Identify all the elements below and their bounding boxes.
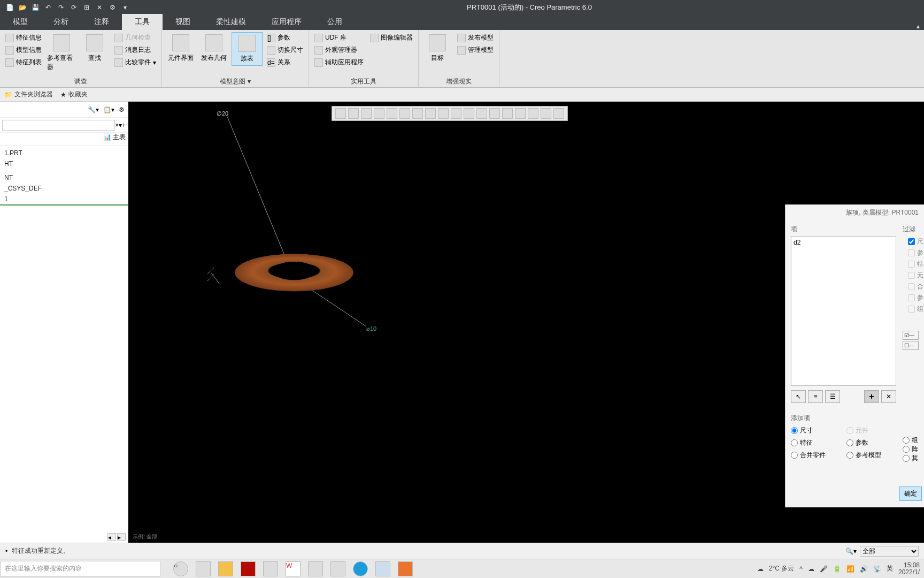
annotations-icon[interactable] — [541, 108, 551, 119]
filter-check[interactable]: 元 — [903, 270, 919, 281]
model-tree[interactable]: 1.PRT HT NT _CSYS_DEF 1 — [0, 146, 128, 533]
clock[interactable]: 15:08 2022/1/ — [898, 562, 920, 576]
find-button[interactable]: 查找 — [79, 32, 110, 65]
view-manager-icon[interactable] — [412, 108, 423, 119]
radio-merge[interactable]: 合并零件 — [791, 451, 841, 460]
select-all-icon[interactable]: ☑— — [903, 331, 919, 340]
scroll-left-icon[interactable]: ◂ — [107, 533, 116, 541]
zoom-in-icon[interactable] — [348, 108, 359, 119]
add-icon[interactable]: + — [122, 121, 126, 129]
publish-geom-button[interactable]: 发布几何 — [198, 32, 229, 65]
switch-dims-button[interactable]: 切换尺寸 — [265, 44, 305, 56]
filter-check[interactable]: 合 — [903, 281, 919, 292]
dimension-label[interactable]: ∅20 — [217, 110, 228, 117]
tree-search-input[interactable] — [2, 120, 115, 131]
tab-annotate[interactable]: 注释 — [81, 14, 122, 30]
display-style-icon[interactable] — [387, 108, 397, 119]
datum-csys-icon[interactable] — [515, 108, 526, 119]
edge-icon[interactable] — [353, 561, 368, 576]
tree-filter-icon[interactable]: ⚙ — [119, 106, 125, 113]
radio-param[interactable]: 参数 — [846, 438, 897, 447]
app-icon[interactable] — [263, 561, 278, 576]
creo-icon[interactable] — [330, 561, 345, 576]
radio-array[interactable]: 阵 — [903, 445, 919, 454]
geom-check-button[interactable]: 几何检查 — [112, 32, 158, 43]
zoom-fit-icon[interactable] — [335, 108, 346, 119]
selection-filter-dropdown[interactable]: 全部 — [860, 546, 919, 557]
wps-icon[interactable]: W — [286, 561, 301, 576]
app3-icon[interactable] — [375, 561, 390, 576]
tab-apps[interactable]: 应用程序 — [259, 14, 314, 30]
datum-axis-icon[interactable] — [489, 108, 500, 119]
ime-indicator[interactable]: 英 — [887, 564, 893, 573]
favorites-tab[interactable]: ★收藏夹 — [60, 90, 88, 99]
feature-info-button[interactable]: 特征信息 — [3, 32, 44, 43]
viewport-3d[interactable]: ∅20 ⌀10 示例: 全部 族项, 类属模型: PRT0001 项 d2 — [128, 102, 924, 543]
filter-check[interactable]: 组 — [903, 303, 919, 315]
taskbar-search-input[interactable]: 在这里输入你要搜索的内容 — [0, 561, 160, 577]
tree-item[interactable]: HT — [0, 158, 128, 169]
tree-item[interactable]: 1.PRT — [0, 148, 128, 158]
screenrec-icon[interactable] — [398, 561, 413, 576]
tab-tools[interactable]: 工具 — [122, 14, 163, 30]
publish-model-button[interactable]: 发布模型 — [455, 32, 496, 43]
main-table-tab[interactable]: 📊 主表 — [103, 133, 126, 145]
close-icon[interactable]: ✕ — [95, 3, 104, 12]
radio-refmodel[interactable]: 参考模型 — [846, 451, 897, 460]
undo-icon[interactable]: ↶ — [44, 3, 52, 12]
taskview-icon[interactable] — [196, 561, 211, 576]
tree-item[interactable]: NT — [0, 172, 128, 183]
feature-list-button[interactable]: 特征列表 — [3, 57, 44, 68]
onedrive-icon[interactable]: ☁ — [808, 565, 814, 573]
folder-browser-tab[interactable]: 📁文件夹浏览器 — [4, 90, 53, 99]
qat-dropdown-icon[interactable]: ▾ — [121, 3, 129, 12]
tree-item[interactable]: 1 — [0, 194, 128, 206]
explorer-icon[interactable] — [218, 561, 233, 576]
image-editor-button[interactable]: 图像编辑器 — [368, 32, 415, 43]
weather-icon[interactable]: ☁ — [757, 565, 764, 573]
tab-analysis[interactable]: 分析 — [41, 14, 81, 30]
radio-comp[interactable]: 元件 — [846, 426, 897, 435]
deselect-all-icon[interactable]: ☐— — [903, 341, 919, 350]
radio-other[interactable]: 其 — [903, 454, 919, 463]
clear-icon[interactable]: × — [115, 121, 119, 129]
adobe-icon[interactable] — [241, 561, 256, 576]
filter-check[interactable]: 参 — [903, 247, 919, 258]
radio-dim[interactable]: 尺寸 — [791, 426, 841, 435]
params-button[interactable]: []参数 — [265, 32, 305, 43]
datum-curve-icon[interactable] — [528, 108, 538, 119]
compare-parts-button[interactable]: 比较零件 ▾ — [112, 57, 158, 68]
weather-text[interactable]: 2°C 多云 — [769, 564, 794, 573]
regen-icon[interactable]: ⟳ — [70, 3, 78, 12]
new-icon[interactable]: 📄 — [5, 3, 14, 12]
items-listbox[interactable]: d2 — [791, 236, 896, 386]
battery-icon[interactable]: 🔋 — [833, 565, 841, 573]
datum-point-icon[interactable] — [502, 108, 513, 119]
chevron-up-icon[interactable]: ^ — [799, 565, 803, 573]
tab-common[interactable]: 公用 — [314, 14, 355, 30]
ref-viewer-button[interactable]: 参考查看器 — [46, 32, 77, 74]
more-icon[interactable] — [553, 108, 564, 119]
wifi-icon[interactable]: 📡 — [873, 565, 881, 573]
manage-model-button[interactable]: 管理模型 — [455, 44, 496, 56]
repaint-icon[interactable] — [374, 108, 384, 119]
component-if-button[interactable]: 元件界面 — [165, 32, 196, 65]
settings-icon[interactable]: ⚙ — [108, 3, 117, 12]
model-info-button[interactable]: 模型信息 — [3, 44, 44, 56]
list-item[interactable]: d2 — [794, 239, 894, 246]
tree-display-icon[interactable]: 📋▾ — [103, 106, 114, 113]
layers-icon[interactable] — [425, 108, 436, 119]
list2-icon[interactable]: ☰ — [825, 390, 840, 403]
annotation-display-icon[interactable] — [438, 108, 449, 119]
tree-item[interactable]: _CSYS_DEF — [0, 183, 128, 194]
aux-app-button[interactable]: 辅助应用程序 — [312, 57, 366, 68]
tree-settings-icon[interactable]: 🔧▾ — [88, 106, 99, 113]
radio-group[interactable]: 组 — [903, 436, 919, 445]
filter-check[interactable]: 特 — [903, 258, 919, 270]
list-icon[interactable]: ≡ — [808, 390, 823, 403]
filter-check[interactable]: 参 — [903, 292, 919, 303]
open-icon[interactable]: 📂 — [18, 3, 27, 12]
dimension-label[interactable]: ⌀10 — [366, 325, 376, 332]
zoom-out-icon[interactable] — [361, 108, 372, 119]
ok-button[interactable]: 确定 — [899, 486, 922, 501]
